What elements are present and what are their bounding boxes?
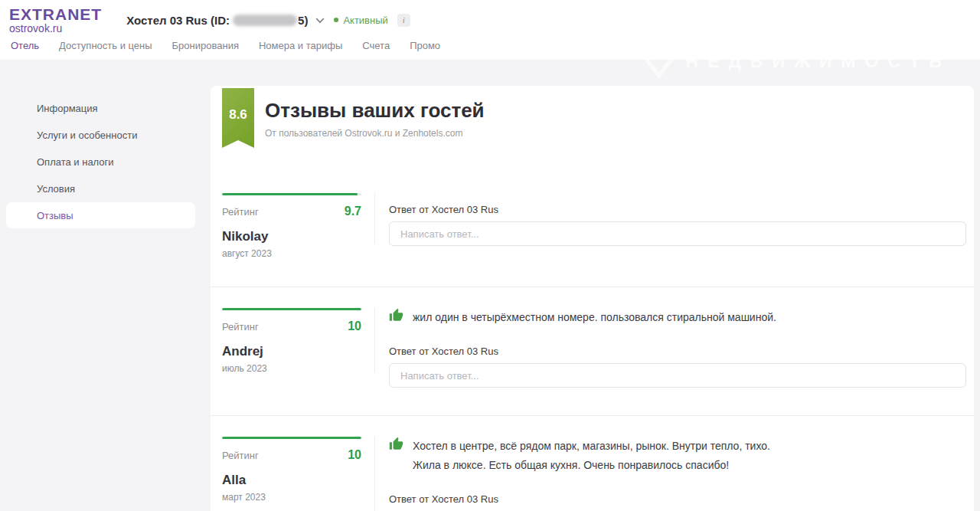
rating-value: 10 (348, 319, 361, 333)
score-ribbon-badge: 8.6 (222, 88, 254, 148)
rating-bar (222, 308, 361, 310)
settings-sidebar: Информация Услуги и особенности Оплата и… (0, 60, 211, 511)
sidebar-item[interactable]: Информация (6, 95, 195, 121)
review-date: август 2023 (222, 248, 361, 259)
nav-item[interactable]: Доступность и цены (59, 40, 152, 57)
main-nav: Отель Доступность и цены Бронирования Но… (0, 35, 980, 57)
review-meta: Рейтинг 10 Alla март 2023 (222, 437, 361, 511)
vertical-divider (374, 308, 375, 372)
sidebar-item[interactable]: Услуги и особенности (6, 122, 195, 148)
guest-name: Alla (222, 473, 361, 488)
nav-item[interactable]: Промо (410, 40, 440, 57)
reply-from-label: Ответ от Хостел 03 Rus (389, 346, 966, 357)
nav-item[interactable]: Отель (11, 40, 39, 57)
redacted-hotel-id (233, 15, 297, 26)
reply-from-label: Ответ от Хостел 03 Rus (389, 204, 966, 215)
hotel-name: Хостел 03 Rus (ID:5) (126, 14, 308, 27)
rating-bar-fill (222, 437, 361, 439)
rating-value: 10 (348, 448, 361, 462)
reply-from-label: Ответ от Хостел 03 Rus (389, 493, 966, 505)
page-subtitle: От пользователей Ostrovok.ru и Zenhotels… (265, 128, 485, 139)
reviews-list: Рейтинг 9.7 Nikolay август 2023 (222, 172, 966, 511)
chevron-down-icon (315, 18, 325, 24)
nav-item[interactable]: Бронирования (172, 40, 239, 57)
review-meta: Рейтинг 9.7 Nikolay август 2023 (222, 193, 361, 259)
nav-item[interactable]: Номера и тарифы (259, 40, 342, 57)
review-body: Ответ от Хостел 03 Rus (389, 193, 966, 259)
review-row: Рейтинг 10 Alla март 2023 Хостел в центр… (211, 415, 974, 511)
hotel-selector[interactable]: Хостел 03 Rus (ID:5) (126, 14, 325, 27)
rating-bar (222, 193, 361, 195)
info-icon[interactable]: i (397, 14, 410, 27)
sidebar-item[interactable]: Условия (6, 175, 195, 201)
sidebar-item[interactable]: Отзывы (6, 202, 195, 228)
review-date: март 2023 (222, 492, 361, 503)
status-label: Активный (343, 15, 387, 26)
sidebar-item[interactable]: Оплата и налоги (6, 149, 195, 175)
reviews-header: 8.6 Отзывы ваших гостей От пользователей… (222, 88, 966, 148)
review-text: Хостел в центре, всё рядом парк, магазин… (413, 437, 770, 475)
review-body: жил один в четырёхместном номере. пользо… (389, 308, 966, 388)
thumbs-up-icon (389, 308, 403, 323)
top-bar: EXTRANET ostrovok.ru Хостел 03 Rus (ID:5… (0, 0, 980, 60)
vertical-divider (374, 437, 375, 511)
thumbs-up-icon (389, 437, 403, 451)
guest-name: Nikolay (222, 229, 361, 244)
status-dot-icon (334, 18, 338, 22)
rating-label: Рейтинг (222, 450, 259, 461)
review-text: жил один в четырёхместном номере. пользо… (413, 308, 776, 327)
rating-label: Рейтинг (222, 206, 259, 218)
rating-bar-fill (222, 308, 361, 310)
review-date: июль 2023 (222, 363, 361, 374)
reply-input[interactable] (389, 221, 966, 246)
reply-input[interactable] (389, 363, 966, 388)
nav-item[interactable]: Счета (362, 40, 390, 57)
review-body: Хостел в центре, всё рядом парк, магазин… (389, 437, 966, 511)
review-row: Рейтинг 9.7 Nikolay август 2023 (211, 172, 974, 287)
extranet-logo[interactable]: EXTRANET ostrovok.ru (9, 6, 102, 34)
guest-name: Andrej (222, 344, 361, 359)
rating-bar (222, 437, 361, 439)
reviews-card: 8.6 Отзывы ваших гостей От пользователей… (211, 86, 974, 511)
rating-value: 9.7 (345, 205, 361, 218)
status-badge: Активный (334, 15, 387, 26)
page-title: Отзывы ваших гостей (265, 99, 485, 123)
vertical-divider (374, 193, 375, 244)
rating-bar-fill (222, 193, 358, 195)
review-row: Рейтинг 10 Andrej июль 2023 жил один в ч… (211, 287, 974, 415)
logo-extranet-text: EXTRANET (9, 6, 102, 22)
logo-ostrovok-text: ostrovok.ru (9, 23, 102, 34)
review-meta: Рейтинг 10 Andrej июль 2023 (222, 308, 361, 388)
rating-label: Рейтинг (222, 321, 259, 332)
